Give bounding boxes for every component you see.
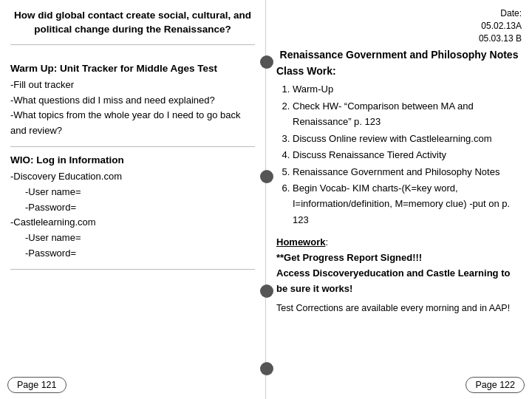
question-header: How did global contact create social, cu…: [10, 9, 255, 45]
wio-item-1: -Discovery Education.com: [10, 169, 255, 185]
date-line-2: 05.03.13 B: [479, 33, 522, 44]
warm-up-item-2: -What questions did I miss and need expl…: [10, 93, 255, 109]
wio-item-5: -User name=: [10, 231, 255, 246]
right-page: Date: 05.02.13A 05.03.13 B Renaissance G…: [266, 0, 532, 399]
center-divider: [265, 0, 267, 399]
wio-content: -Discovery Education.com -User name= -Pa…: [10, 169, 255, 262]
wio-item-3: -Password=: [10, 200, 255, 216]
homework-label: Homework: [276, 236, 325, 248]
date-info: Date: 05.02.13A 05.03.13 B: [276, 7, 522, 44]
homework-line-1: **Get Progress Report Signed!!!: [276, 252, 422, 263]
divider-dot-4: [260, 362, 273, 375]
page-container: How did global contact create social, cu…: [0, 0, 532, 399]
warm-up-item-3: -What topics from the whole year do I ne…: [10, 108, 255, 139]
divider-dot-2: [260, 170, 273, 183]
class-work-label-text: Class Work:: [276, 65, 336, 77]
wio-item-6: -Password=: [10, 246, 255, 262]
wio-section: WIO: Log in Information -Discovery Educa…: [10, 147, 255, 270]
warm-up-item-1: -Fill out tracker: [10, 78, 255, 93]
page-number-left: Page 121: [7, 377, 66, 393]
warm-up-title: Warm Up: Unit Tracker for Middle Ages Te…: [10, 63, 255, 74]
class-work-list: Warm-Up Check HW- “Comparison between MA…: [293, 81, 522, 228]
test-corrections: Test Corrections are available every mor…: [276, 303, 522, 313]
class-work-item-5: Renaissance Government and Philosophy No…: [293, 164, 522, 180]
notes-title: Renaissance Government and Philosophy No…: [276, 49, 522, 61]
date-label: Date:: [500, 8, 522, 18]
page-number-right: Page 122: [466, 377, 525, 393]
divider-dot-1: [260, 55, 273, 69]
homework-section: Homework: **Get Progress Report Signed!!…: [276, 235, 522, 296]
class-work-item-3: Discuss Online review with Castlelearnin…: [293, 131, 522, 146]
wio-item-2: -User name=: [10, 185, 255, 200]
class-work-item-1: Warm-Up: [293, 81, 522, 97]
class-work-item-6: Begin Vocab- KIM charts-(K=key word, I=i…: [293, 180, 522, 228]
homework-line-2: Access Discoveryeducation and Castle Lea…: [276, 267, 510, 294]
wio-item-4: -Castlelearning.com: [10, 215, 255, 231]
divider-dot-3: [260, 284, 273, 298]
class-work-item-2: Check HW- “Comparison between MA and Ren…: [293, 98, 522, 130]
wio-title: WIO: Log in Information: [10, 154, 255, 166]
left-page: How did global contact create social, cu…: [0, 0, 266, 399]
date-line-1: 05.02.13A: [481, 21, 522, 31]
class-work-item-4: Discuss Renaissance Tiered Activity: [293, 147, 522, 163]
warm-up-section: Warm Up: Unit Tracker for Middle Ages Te…: [10, 55, 255, 147]
class-work-label: Class Work:: [276, 65, 522, 77]
warm-up-content: -Fill out tracker -What questions did I …: [10, 78, 255, 139]
